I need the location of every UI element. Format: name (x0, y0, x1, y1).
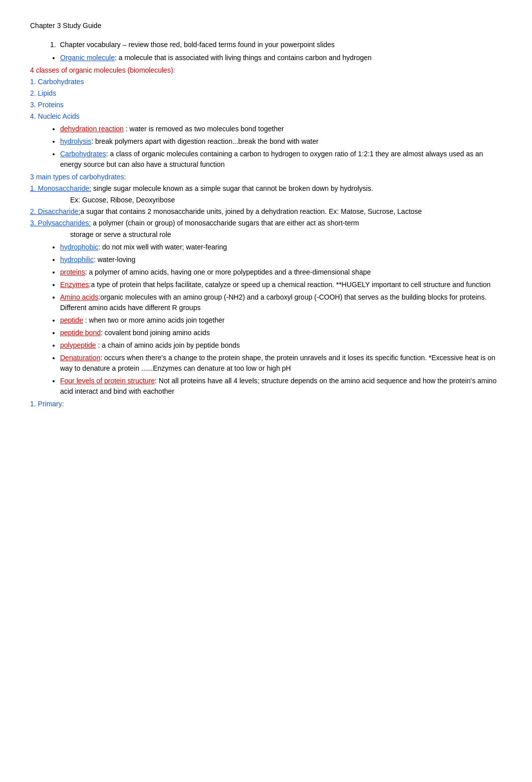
term-disaccharide: 2. Disaccharide: (30, 207, 80, 215)
carbohydrates-rest: : a class of organic molecules containin… (60, 150, 483, 168)
bullet-proteins: proteins: a polymer of amino acids, havi… (60, 267, 502, 278)
class-1: 1. Carbohydrates (30, 77, 502, 87)
disaccharide-line: 2. Disaccharide:a sugar that contains 2 … (30, 206, 502, 217)
proteins-rest: : a polymer of amino acids, having one o… (85, 268, 371, 276)
peptide-bond-rest: : covalent bond joining amino acids (101, 329, 210, 337)
term-polypeptide: polypeptide (60, 341, 96, 349)
class-3: 3. Proteins (30, 100, 502, 110)
polysaccharides-cont: storage or serve a structural role (70, 229, 502, 240)
bullet-enzymes: Enzymes:a type of protein that helps fac… (60, 280, 502, 290)
term-enzymes: Enzymes (60, 281, 89, 289)
bullet-denaturation: Denaturation: occurs when there's a chan… (60, 353, 502, 374)
polysaccharides-def: a polymer (chain or group) of monosaccha… (91, 219, 359, 227)
term-monosaccharide: 1. Monosaccharide: (30, 184, 91, 192)
hydrophobic-rest: : do not mix well with water; water-fear… (98, 243, 227, 251)
term-denaturation: Denaturation (60, 354, 100, 362)
term-proteins: proteins (60, 268, 85, 276)
numbered-item-1: 1. Chapter vocabulary – review those red… (50, 39, 502, 50)
term-peptide: peptide (60, 316, 83, 324)
term-carbohydrates: Carbohydrates (60, 150, 106, 158)
bullet-amino-acids: Amino acids:organic molecules with an am… (60, 292, 502, 313)
term-organic-molecule: Organic molecule (60, 54, 115, 62)
term-peptide-bond: peptide bond (60, 329, 101, 337)
hydrophilic-rest: : water-loving (94, 255, 135, 264)
bullet-peptide-bond: peptide bond: covalent bond joining amin… (60, 328, 502, 338)
polysaccharides-line: 3. Polysaccharides: a polymer (chain or … (30, 218, 502, 228)
hydrolysis-rest: : break polymers apart with digestion re… (91, 137, 319, 145)
term-polysaccharides: 3. Polysaccharides: (30, 219, 91, 227)
term-amino-acids: Amino acids (60, 293, 98, 301)
page-title: Chapter 3 Study Guide (30, 20, 502, 31)
bullet-polypeptide: polypeptide : a chain of amino acids joi… (60, 340, 502, 351)
main-types-heading: 3 main types of carbohydrates: (30, 172, 502, 182)
denaturation-rest: : occurs when there's a change to the pr… (60, 354, 495, 372)
term-dehydration: dehydration reaction (60, 125, 124, 133)
bullet-peptide: peptide : when two or more amino acids j… (60, 315, 502, 326)
monosaccharide-line: 1. Monosaccharide: single sugar molecule… (30, 183, 502, 194)
class-4: 4. Nucleic Acids (30, 111, 502, 122)
organic-molecule-rest: : a molecule that is associated with liv… (115, 54, 372, 62)
term-hydrolysis: hydrolysis (60, 137, 91, 145)
item-text: Chapter vocabulary – review those red, b… (60, 41, 335, 49)
item-number: 1. (50, 41, 60, 49)
bullet-carbohydrates: Carbohydrates: a class of organic molecu… (60, 149, 502, 170)
classes-heading: 4 classes of organic molecules (biomolec… (30, 65, 502, 76)
term-hydrophilic: hydrophilic (60, 255, 94, 264)
enzymes-rest: :a type of protein that helps facilitate… (89, 281, 491, 289)
bullet-organic-molecule: Organic molecule: a molecule that is ass… (60, 53, 502, 63)
dehydration-rest: : water is removed as two molecules bond… (124, 125, 284, 133)
class-2: 2. Lipids (30, 88, 502, 99)
disaccharide-def: a sugar that contains 2 monosaccharide u… (80, 207, 422, 215)
primary-label: 1. Primary: (30, 399, 502, 409)
page-content: Chapter 3 Study Guide 1. Chapter vocabul… (30, 20, 502, 409)
monosaccharide-examples: Ex: Gucose, Ribose, Deoxyribose (70, 195, 502, 205)
bullet-four-levels: Four levels of protein structure: Not al… (60, 376, 502, 397)
bullet-hydrolysis: hydrolysis: break polymers apart with di… (60, 136, 502, 147)
monosaccharide-def: single sugar molecule known as a simple … (91, 184, 373, 192)
term-four-levels: Four levels of protein structure (60, 377, 155, 385)
amino-acids-rest: :organic molecules with an amino group (… (60, 293, 486, 312)
term-hydrophobic: hydrophobic (60, 243, 98, 251)
bullet-hydrophobic: hydrophobic: do not mix well with water;… (60, 242, 502, 252)
bullet-dehydration: dehydration reaction : water is removed … (60, 124, 502, 134)
bullet-hydrophilic: hydrophilic: water-loving (60, 254, 502, 265)
polypeptide-rest: : a chain of amino acids join by peptide… (96, 341, 240, 349)
peptide-rest: : when two or more amino acids join toge… (83, 316, 224, 324)
